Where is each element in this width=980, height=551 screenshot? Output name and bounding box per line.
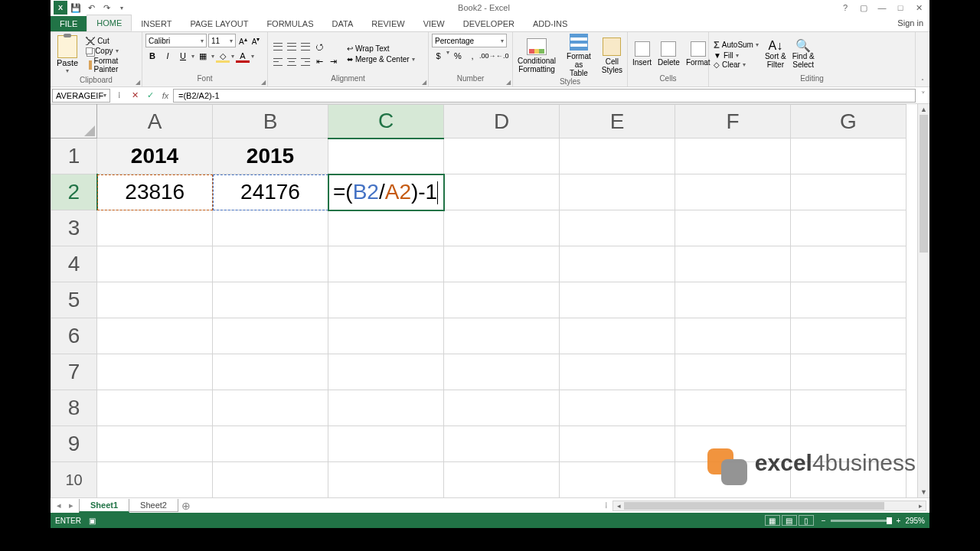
help-icon[interactable]: ? xyxy=(839,2,851,14)
underline-button[interactable]: U xyxy=(176,49,190,63)
cell-a2[interactable]: 23816 xyxy=(97,174,213,210)
cell[interactable] xyxy=(675,462,791,498)
cell[interactable] xyxy=(444,318,560,354)
cell[interactable] xyxy=(675,282,791,318)
macro-record-icon[interactable]: ▣ xyxy=(89,517,96,525)
cell[interactable] xyxy=(213,390,328,426)
font-color-button[interactable]: A xyxy=(236,49,250,63)
cell[interactable] xyxy=(328,318,444,354)
cell[interactable] xyxy=(97,210,213,246)
dialog-launcher-icon[interactable]: ◢ xyxy=(261,79,266,86)
cell-e2[interactable] xyxy=(560,174,675,210)
tab-file[interactable]: FILE xyxy=(51,16,87,31)
cell[interactable] xyxy=(328,282,444,318)
autosum-button[interactable]: ΣAutoSum▾ xyxy=(712,39,760,51)
scroll-down-icon[interactable]: ▼ xyxy=(918,487,929,497)
dialog-launcher-icon[interactable]: ◢ xyxy=(422,79,426,86)
cell[interactable] xyxy=(213,426,328,462)
decrease-decimal-button[interactable]: ←.0 xyxy=(496,49,509,63)
clear-button[interactable]: ◇Clear▾ xyxy=(712,60,760,69)
cell[interactable] xyxy=(97,354,213,390)
decrease-font-button[interactable]: A▾ xyxy=(250,35,262,46)
vertical-scrollbar[interactable]: ▲ ▼ xyxy=(917,104,929,497)
cell[interactable] xyxy=(560,210,675,246)
scroll-right-icon[interactable]: ▸ xyxy=(915,501,926,510)
cell[interactable] xyxy=(675,246,791,282)
cell-d2[interactable] xyxy=(444,174,560,210)
page-break-view-button[interactable]: ▯ xyxy=(799,515,814,526)
sheet-tab-1[interactable]: Sheet1 xyxy=(79,499,129,513)
cell[interactable] xyxy=(560,426,675,462)
cut-button[interactable]: Cut xyxy=(84,35,139,46)
new-sheet-button[interactable]: ⊕ xyxy=(178,500,194,512)
align-top-button[interactable] xyxy=(271,40,285,54)
cell[interactable] xyxy=(213,318,328,354)
accounting-format-button[interactable]: $ xyxy=(432,49,445,63)
orientation-button[interactable]: ⭯ xyxy=(312,40,326,54)
row-header-8[interactable]: 8 xyxy=(51,390,97,426)
sheet-tab-2[interactable]: Sheet2 xyxy=(129,499,178,512)
cell[interactable] xyxy=(560,390,675,426)
normal-view-button[interactable]: ▦ xyxy=(765,515,780,526)
cell-b1[interactable]: 2015 xyxy=(213,139,328,174)
minimize-icon[interactable]: — xyxy=(876,2,888,14)
dialog-launcher-icon[interactable]: ◢ xyxy=(136,79,140,86)
row-header-7[interactable]: 7 xyxy=(51,354,97,390)
cell-styles-button[interactable]: Cell Styles xyxy=(600,37,624,74)
page-layout-view-button[interactable]: ▤ xyxy=(782,515,797,526)
insert-function-button[interactable]: fx xyxy=(158,89,173,103)
italic-button[interactable]: I xyxy=(161,49,175,63)
cell-d1[interactable] xyxy=(444,139,560,174)
cell[interactable] xyxy=(444,390,560,426)
cell[interactable] xyxy=(213,354,328,390)
tab-addins[interactable]: ADD-INS xyxy=(524,16,577,31)
chevron-down-icon[interactable]: ▾ xyxy=(251,53,254,60)
insert-cells-button[interactable]: Insert xyxy=(631,41,653,67)
cell[interactable] xyxy=(444,354,560,390)
cell[interactable] xyxy=(675,210,791,246)
zoom-level[interactable]: 295% xyxy=(905,517,925,525)
zoom-knob[interactable] xyxy=(887,517,892,524)
cell-c2-editing[interactable]: =(B2/A2)-1 xyxy=(328,174,444,210)
qat-customize-icon[interactable]: ▾ xyxy=(115,1,129,15)
cancel-formula-button[interactable]: ✕ xyxy=(127,89,142,103)
save-icon[interactable]: 💾 xyxy=(69,1,83,15)
scroll-thumb[interactable] xyxy=(920,115,928,253)
tab-review[interactable]: REVIEW xyxy=(362,16,413,31)
cell[interactable] xyxy=(328,390,444,426)
dialog-launcher-icon[interactable]: ◢ xyxy=(506,79,511,86)
cell[interactable] xyxy=(97,390,213,426)
format-painter-button[interactable]: Format Painter xyxy=(84,56,139,74)
copy-button[interactable]: Copy▾ xyxy=(84,46,139,56)
expand-formula-bar-button[interactable]: ˅ xyxy=(917,90,929,100)
increase-indent-button[interactable]: ⇥ xyxy=(326,55,340,69)
chevron-down-icon[interactable]: ▾ xyxy=(446,49,449,63)
borders-button[interactable]: ▦ xyxy=(196,49,210,63)
cell[interactable] xyxy=(791,210,906,246)
fill-color-button[interactable]: ◇ xyxy=(216,49,230,63)
cell-g1[interactable] xyxy=(791,139,906,174)
column-header-g[interactable]: G xyxy=(791,105,906,139)
spreadsheet-grid[interactable]: A B C D E F G 1 2014 2015 2 23816 xyxy=(51,104,929,497)
cell[interactable] xyxy=(675,390,791,426)
cell[interactable] xyxy=(444,426,560,462)
tab-insert[interactable]: INSERT xyxy=(132,16,181,31)
tab-developer[interactable]: DEVELOPER xyxy=(454,16,524,31)
cell-f2[interactable] xyxy=(675,174,791,210)
cell[interactable] xyxy=(213,246,328,282)
cell[interactable] xyxy=(328,462,444,498)
cell[interactable] xyxy=(675,426,791,462)
cell[interactable] xyxy=(444,282,560,318)
select-all-button[interactable] xyxy=(51,105,97,139)
tab-data[interactable]: DATA xyxy=(323,16,363,31)
find-select-button[interactable]: 🔍Find & Select xyxy=(791,39,816,70)
cell[interactable] xyxy=(444,462,560,498)
cell[interactable] xyxy=(213,210,328,246)
cell[interactable] xyxy=(328,210,444,246)
merge-center-button[interactable]: ⬌Merge & Center▾ xyxy=(345,54,417,64)
fill-button[interactable]: ▼Fill▾ xyxy=(712,51,760,60)
cell[interactable] xyxy=(791,390,906,426)
tab-home[interactable]: HOME xyxy=(87,15,132,31)
row-header-9[interactable]: 9 xyxy=(51,426,97,462)
cell[interactable] xyxy=(791,354,906,390)
